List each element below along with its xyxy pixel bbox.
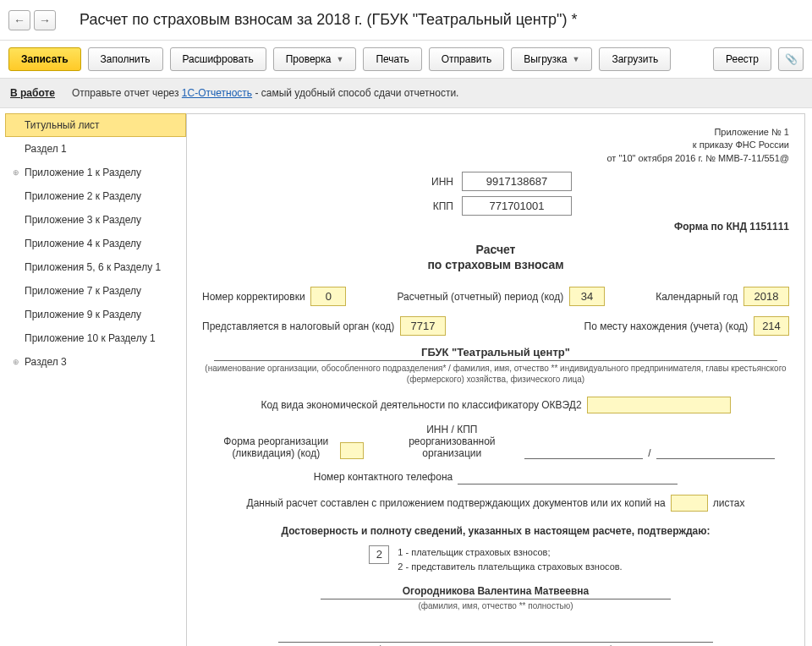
location-label: По месту нахождения (учета) (код)	[584, 320, 749, 332]
fio-field[interactable]: Огородникова Валентина Матвеевна	[321, 585, 671, 599]
location-field[interactable]: 214	[754, 316, 789, 336]
paperclip-icon: 📎	[785, 53, 798, 65]
decode-button[interactable]: Расшифровать	[170, 47, 266, 71]
knd-label: Форма по КНД 1151111	[202, 221, 789, 233]
docs-after-label: листах	[713, 497, 745, 509]
period-label: Расчетный (отчетный) период (код)	[398, 291, 564, 303]
sidebar-item-label: Приложения 5, 6 к Разделу 1	[25, 261, 161, 273]
sidebar-item-label: Приложение 2 к Разделу	[25, 190, 141, 202]
year-field[interactable]: 2018	[743, 287, 789, 306]
sidebar-item-1[interactable]: Раздел 1	[5, 137, 186, 161]
sidebar-item-label: Приложение 4 к Разделу	[25, 238, 141, 249]
write-button[interactable]: Записать	[8, 47, 81, 71]
form-meta: Приложение № 1 к приказу ФНС России от "…	[202, 126, 789, 165]
tax-org-label: Представляется в налоговый орган (код)	[202, 320, 394, 332]
confirm-heading: Достоверность и полноту сведений, указан…	[202, 525, 789, 537]
1c-reporting-link[interactable]: 1С-Отчетность	[182, 87, 252, 99]
correction-label: Номер корректировки	[202, 291, 305, 303]
sidebar-item-label: Приложение 7 к Разделу	[25, 285, 141, 297]
tax-org-field[interactable]: 7717	[400, 316, 446, 336]
sidebar-item-4[interactable]: Приложение 3 к Разделу	[5, 208, 186, 232]
sidebar-item-5[interactable]: Приложение 4 к Разделу	[5, 232, 186, 255]
reorg-kpp-field[interactable]	[656, 444, 775, 459]
sidebar-item-label: Приложение 3 к Разделу	[25, 214, 141, 226]
sidebar-item-10[interactable]: ⊕Раздел 3	[5, 350, 186, 374]
fill-button[interactable]: Заполнить	[88, 47, 163, 71]
period-field[interactable]: 34	[569, 287, 605, 306]
info-text: Отправьте отчет через 1С-Отчетность - са…	[72, 87, 458, 99]
download-button[interactable]: Загрузить	[599, 47, 671, 71]
print-button[interactable]: Печать	[363, 47, 421, 71]
okved-label: Код вида экономической деятельности по к…	[261, 399, 581, 411]
sidebar-item-8[interactable]: Приложение 9 к Разделу	[5, 303, 186, 326]
org-name[interactable]: ГБУК "Театральный центр"	[214, 346, 777, 361]
status-label[interactable]: В работе	[10, 87, 55, 99]
sidebar-item-label: Раздел 1	[25, 143, 67, 155]
sidebar-item-label: Приложение 10 к Разделу 1	[25, 332, 156, 344]
phone-field[interactable]	[458, 469, 678, 484]
confirm-code-field[interactable]: 2	[369, 545, 389, 564]
sidebar-item-label: Приложение 9 к Разделу	[25, 309, 141, 320]
attachment-button[interactable]: 📎	[778, 47, 804, 71]
reorg-code-field[interactable]	[340, 442, 364, 459]
page-title: Расчет по страховым взносам за 2018 г. (…	[80, 11, 577, 29]
sidebar-item-2[interactable]: ⊕Приложение 1 к Разделу	[5, 161, 186, 184]
doc-subtitle: по страховым взносам	[202, 258, 789, 271]
docs-before-label: Данный расчет составлен с приложением по…	[247, 497, 666, 509]
sidebar: Титульный листРаздел 1⊕Приложение 1 к Ра…	[0, 108, 186, 646]
back-button[interactable]: ←	[8, 10, 30, 30]
reorg-inn-label: ИНН / КПП реорганизованной организации	[384, 424, 519, 459]
confirm-legend: 1 - плательщик страховых взносов; 2 - пр…	[398, 545, 622, 573]
okved-field[interactable]	[587, 397, 731, 413]
sidebar-item-label: Титульный лист	[25, 119, 100, 131]
sidebar-item-6[interactable]: Приложения 5, 6 к Разделу 1	[5, 255, 186, 279]
registry-button[interactable]: Реестр	[713, 47, 771, 71]
sidebar-item-7[interactable]: Приложение 7 к Разделу	[5, 279, 186, 303]
doc-title: Расчет	[202, 243, 789, 256]
caret-down-icon: ▼	[572, 55, 579, 63]
sidebar-item-label: Приложение 1 к Разделу	[25, 167, 141, 178]
form-panel: Приложение № 1 к приказу ФНС России от "…	[186, 113, 805, 646]
sidebar-item-label: Раздел 3	[25, 356, 67, 368]
check-button[interactable]: Проверка▼	[273, 47, 357, 71]
kpp-value[interactable]: 771701001	[462, 196, 572, 216]
caret-down-icon: ▼	[336, 55, 343, 63]
correction-field[interactable]: 0	[310, 287, 346, 306]
inn-value[interactable]: 9917138687	[462, 172, 572, 191]
forward-button[interactable]: →	[34, 10, 56, 30]
rep-org-field[interactable]	[278, 631, 713, 643]
fio-hint: (фамилия, имя, отчество ** полностью)	[202, 601, 789, 610]
docs-count-field[interactable]	[671, 495, 708, 512]
reorg-inn-field[interactable]	[524, 444, 643, 459]
send-button[interactable]: Отправить	[429, 47, 505, 71]
kpp-label: КПП	[420, 200, 453, 212]
upload-button[interactable]: Выгрузка▼	[511, 47, 592, 71]
sidebar-item-9[interactable]: Приложение 10 к Разделу 1	[5, 326, 186, 350]
phone-label: Номер контактного телефона	[314, 471, 453, 483]
sidebar-item-0[interactable]: Титульный лист	[5, 113, 186, 137]
org-hint: (наименование организации, обособленного…	[202, 363, 789, 385]
reorg-label: Форма реорганизации (ликвидация) (код)	[217, 435, 335, 459]
sidebar-item-3[interactable]: Приложение 2 к Разделу	[5, 184, 186, 208]
expand-icon: ⊕	[13, 358, 21, 366]
expand-icon: ⊕	[13, 168, 21, 177]
inn-label: ИНН	[420, 176, 453, 188]
year-label: Календарный год	[656, 291, 738, 303]
